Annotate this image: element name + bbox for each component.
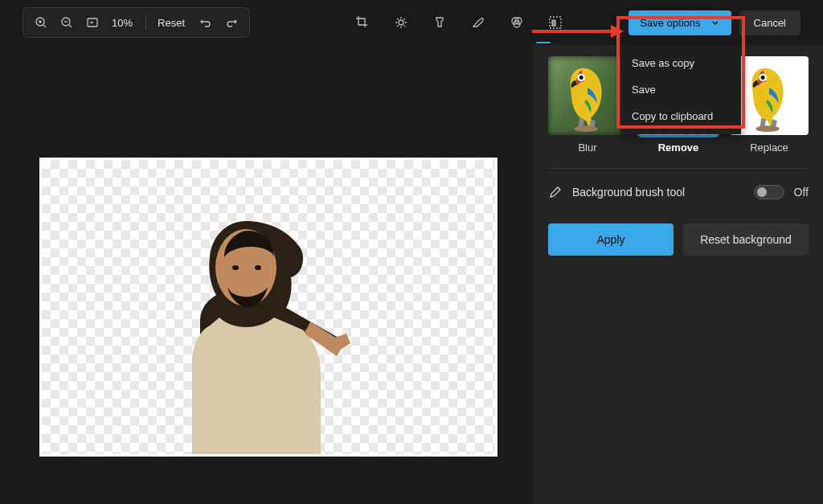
chevron-down-icon <box>710 18 720 27</box>
svg-point-33 <box>761 76 765 80</box>
cancel-button[interactable]: Cancel <box>739 10 800 35</box>
panel-actions: Apply Reset background <box>545 223 812 256</box>
adjust-icon[interactable] <box>388 10 414 35</box>
divider <box>548 168 809 169</box>
action-group: Save options Cancel <box>629 10 800 35</box>
markup-icon[interactable] <box>465 10 491 35</box>
divider <box>145 14 146 31</box>
svg-line-17 <box>397 26 399 27</box>
svg-point-28 <box>574 125 597 132</box>
fit-screen-icon[interactable] <box>80 10 105 35</box>
filter-icon[interactable] <box>427 10 452 35</box>
bg-option-blur[interactable]: Blur <box>548 56 627 154</box>
brush-toggle-wrap: Off <box>754 185 809 199</box>
toggle-state-label: Off <box>794 186 809 199</box>
brush-tool-label: Background brush tool <box>572 186 685 199</box>
zoom-out-icon[interactable] <box>54 10 80 35</box>
redo-icon[interactable] <box>219 10 244 35</box>
bg-option-replace[interactable]: Replace <box>730 56 809 154</box>
tool-group <box>350 10 568 35</box>
svg-line-18 <box>404 18 406 20</box>
svg-point-10 <box>399 20 403 25</box>
retouch-icon[interactable] <box>504 10 530 35</box>
pencil-icon <box>548 185 563 199</box>
brush-tool-row: Background brush tool Off <box>545 183 812 201</box>
dropdown-copy-clipboard[interactable]: Copy to clipboard <box>620 103 741 129</box>
background-icon[interactable] <box>543 10 568 35</box>
thumb-label: Replace <box>750 141 788 154</box>
dropdown-save-as-copy[interactable]: Save as copy <box>620 50 741 76</box>
svg-point-27 <box>579 76 583 80</box>
svg-point-25 <box>255 265 261 270</box>
svg-point-9 <box>92 23 92 23</box>
brush-toggle[interactable] <box>754 185 784 199</box>
zoom-in-icon[interactable] <box>28 10 54 35</box>
thumb-blur-preview <box>548 56 627 135</box>
save-options-dropdown: Save as copy Save Copy to clipboard <box>620 45 741 134</box>
subject-person <box>129 213 362 454</box>
svg-point-34 <box>755 125 779 132</box>
canvas-area <box>0 45 534 504</box>
save-options-label: Save options <box>640 17 700 29</box>
reset-button[interactable]: Reset <box>149 12 193 34</box>
dropdown-save[interactable]: Save <box>620 76 741 103</box>
reset-background-button[interactable]: Reset background <box>683 223 809 256</box>
thumb-label: Blur <box>578 141 596 154</box>
svg-line-5 <box>69 25 72 27</box>
svg-line-1 <box>43 25 46 27</box>
zoom-level[interactable]: 10% <box>105 17 139 29</box>
crop-icon[interactable] <box>350 10 375 35</box>
top-toolbar: 10% Reset Save options <box>0 0 823 45</box>
toggle-knob <box>757 187 767 197</box>
svg-line-16 <box>404 26 406 27</box>
apply-button[interactable]: Apply <box>548 223 674 256</box>
zoom-group: 10% Reset <box>23 7 250 38</box>
svg-line-15 <box>397 18 399 20</box>
save-options-button[interactable]: Save options <box>629 10 731 35</box>
thumb-label: Remove <box>658 141 699 154</box>
svg-point-24 <box>232 265 239 270</box>
active-tool-indicator <box>536 42 551 43</box>
undo-icon[interactable] <box>193 10 219 35</box>
image-canvas[interactable] <box>39 158 497 457</box>
thumb-replace-preview <box>730 56 809 135</box>
